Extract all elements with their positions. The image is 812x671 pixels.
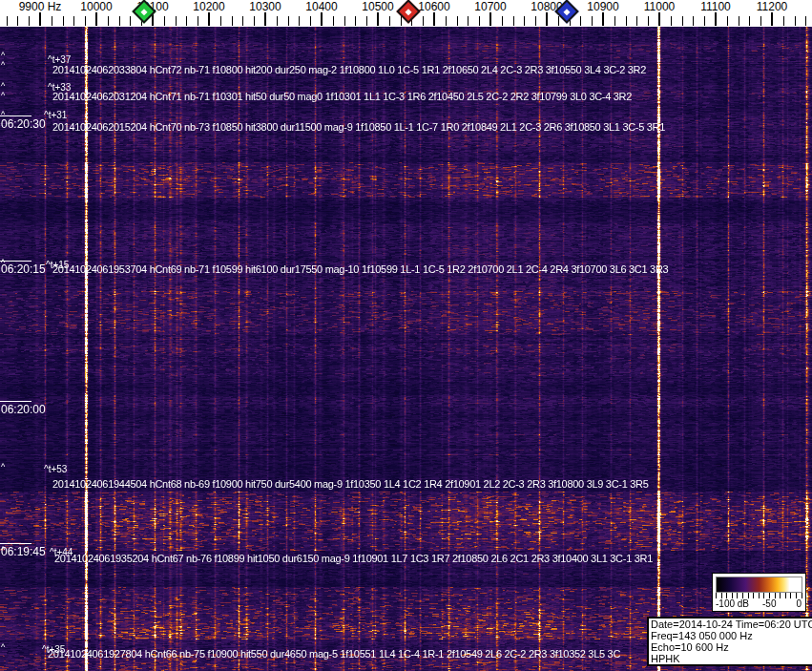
event-caret-icon: ^ [1, 111, 5, 118]
freq-minor-tick [535, 16, 536, 26]
freq-minor-tick [636, 16, 637, 26]
freq-tick-label: 11100 [700, 0, 731, 13]
freq-tick-label: 10300 [249, 0, 281, 13]
time-tick-line [0, 543, 31, 544]
event-caret-icon: ^ [1, 463, 5, 471]
freq-minor-tick [52, 16, 52, 26]
freq-minor-tick [457, 16, 458, 26]
freq-minor-tick [749, 16, 750, 26]
event-detection-line: 20141024061927804 hCnt66 nb-75 f10900 hi… [48, 648, 620, 660]
freq-minor-tick [468, 16, 468, 26]
event-caret-icon: ^ [1, 92, 5, 99]
freq-minor-tick [389, 16, 390, 26]
freq-major-tick [95, 12, 97, 26]
freq-minor-tick [648, 16, 649, 26]
time-tick-line [0, 401, 31, 402]
info-echo-freq: Echo=10 600 Hz [651, 641, 812, 653]
freq-major-tick [321, 12, 323, 26]
freq-minor-tick [727, 16, 728, 26]
event-detection-line: 20141024062033804 hCnt72 nb-71 f10800 hi… [52, 64, 646, 75]
spectrogram-app: 9900 Hz100001010010200103001040010500106… [0, 0, 812, 671]
event-caret-icon: ^ [1, 52, 5, 59]
freq-minor-tick [17, 16, 18, 26]
freq-minor-tick [580, 16, 581, 26]
time-label: 06:20:15 [1, 262, 46, 276]
status-info-box: Date=2014-10-24 Time=06:20 UTC Freq=143 … [647, 617, 812, 666]
freq-minor-tick [73, 16, 74, 26]
legend-label-mid: -50 [762, 598, 776, 609]
legend-labels: -100 dB -50 0 [713, 598, 805, 610]
freq-minor-tick [760, 16, 761, 26]
freq-minor-tick [614, 16, 615, 26]
freq-major-tick [771, 12, 773, 26]
freq-minor-tick [299, 16, 300, 26]
freq-minor-tick [366, 16, 367, 26]
freq-tick-label: 10600 [418, 0, 449, 13]
freq-minor-tick [355, 16, 356, 26]
freq-tick-label: 10000 [80, 0, 112, 13]
freq-minor-tick [288, 16, 289, 26]
event-detection-line: 20141024062031204 hCnt71 nb-71 f10301 hi… [52, 91, 632, 102]
freq-minor-tick [220, 16, 221, 26]
freq-minor-tick [783, 16, 784, 26]
freq-minor-tick [108, 16, 109, 26]
freq-minor-tick [7, 16, 8, 26]
freq-minor-tick [592, 16, 593, 26]
freq-minor-tick [310, 16, 311, 26]
freq-minor-tick [277, 16, 278, 26]
freq-major-tick [715, 12, 717, 26]
event-caret-icon: ^ [1, 259, 5, 266]
event-time-offset-marker: ^t+31 [44, 110, 67, 120]
freq-minor-tick [344, 16, 345, 26]
freq-major-tick [39, 12, 41, 26]
freq-minor-tick [524, 16, 525, 26]
freq-minor-tick [513, 16, 514, 26]
event-caret-icon: ^ [1, 643, 5, 651]
freq-tick-label: 10200 [193, 0, 224, 13]
freq-minor-tick [479, 16, 480, 26]
freq-minor-tick [626, 16, 627, 26]
freq-tick-label: 9900 Hz [19, 0, 62, 13]
freq-tick-label: 10900 [587, 0, 618, 13]
info-frequency: Freq=143 050 000 Hz [651, 630, 812, 641]
freq-minor-tick [558, 16, 559, 26]
diamond-core [140, 8, 147, 14]
freq-tick-label: 10700 [474, 0, 506, 13]
freq-tick-label: 10500 [362, 0, 393, 13]
freq-minor-tick [739, 16, 739, 26]
freq-minor-tick [119, 16, 120, 26]
freq-minor-tick [502, 16, 503, 26]
freq-minor-tick [704, 16, 705, 26]
freq-minor-tick [671, 16, 672, 26]
freq-tick-label: 10400 [305, 0, 337, 13]
diamond-core [563, 8, 570, 14]
event-detection-line: 20141024061935204 hCnt67 nb-76 f10899 hi… [54, 553, 653, 564]
freq-tick-label: 11200 [757, 0, 787, 13]
db-color-scale: -100 dB -50 0 [712, 573, 806, 612]
freq-minor-tick [693, 16, 694, 26]
event-detection-line: 20141024061944504 hCnt68 nb-69 f10900 hi… [52, 478, 649, 490]
freq-major-tick [489, 12, 491, 26]
time-label: 06:20:00 [1, 403, 46, 416]
freq-tick-label: 11000 [644, 0, 675, 13]
freq-major-tick [264, 12, 266, 26]
freq-minor-tick [242, 16, 243, 26]
freq-major-tick [208, 12, 210, 26]
color-gradient-bar [716, 577, 802, 593]
freq-minor-tick [130, 16, 131, 26]
legend-label-min: -100 dB [716, 598, 749, 609]
freq-minor-tick [186, 16, 187, 26]
event-detection-line: 20141024062015204 hCnt70 nb-73 f10850 hi… [52, 121, 665, 133]
freq-major-tick [658, 12, 660, 26]
info-date-time: Date=2014-10-24 Time=06:20 UTC [651, 619, 812, 630]
frequency-axis: 9900 Hz100001010010200103001040010500106… [0, 0, 812, 27]
freq-minor-tick [682, 16, 683, 26]
event-caret-icon: ^ [1, 546, 5, 554]
freq-minor-tick [423, 16, 424, 26]
freq-minor-tick [176, 16, 177, 26]
info-station-id: HPHK [651, 653, 812, 664]
time-label: 06:19:45 [1, 545, 46, 558]
legend-label-max: 0 [796, 598, 802, 609]
freq-minor-tick [164, 16, 165, 26]
freq-minor-tick [795, 16, 796, 26]
